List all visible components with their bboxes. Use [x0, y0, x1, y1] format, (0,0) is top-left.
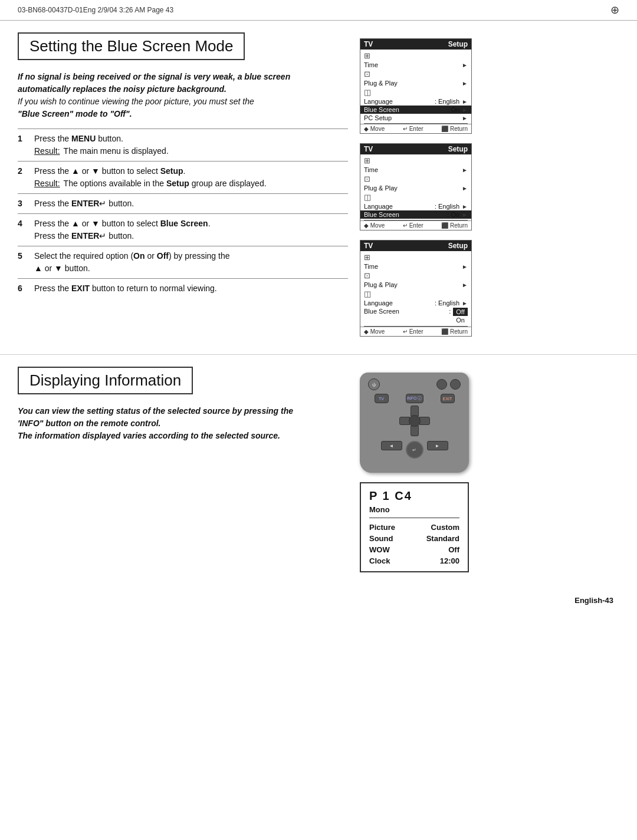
section2-title: Displaying Information [18, 367, 193, 394]
panel1-row-lang: Language : English ► [360, 97, 471, 106]
panel2-blue-arrow: ► [462, 212, 468, 218]
section1-intro: If no signal is being received or the si… [18, 71, 348, 120]
step-content-3: Press the ENTER↵ button. [34, 194, 348, 214]
panel2-row-plug: Plug & Play ► [360, 184, 471, 192]
panel2-blue-value: : On [447, 211, 459, 218]
panel2-row-time: Time ► [360, 166, 471, 174]
plug-icon: ⊡ [364, 70, 370, 78]
step-row-4: 4 Press the ▲ or ▼ button to select Blue… [18, 214, 348, 246]
page-number: English-43 [574, 596, 613, 605]
section2-intro-b: You can view the setting status of the s… [18, 406, 293, 440]
section-displaying-info: Displaying Information You can view the … [0, 355, 637, 590]
tv-panel-1-header-left: TV [364, 40, 373, 48]
header-text: 03-BN68-00437D-01Eng 2/9/04 3:26 AM Page… [18, 6, 173, 14]
step-num-2: 2 [18, 162, 34, 194]
panel3-options: Off On [453, 308, 468, 324]
panel2-footer-move: ◆ Move [364, 222, 385, 229]
panel3-time-label: Time [364, 263, 459, 270]
tv-panel-3-header-left: TV [364, 242, 373, 250]
tv-panel-3-header-right: Setup [448, 242, 468, 250]
result-text-2: The options available in the Setup group… [64, 177, 267, 190]
remote-btn-info: INFO ⓘ [406, 394, 423, 403]
result-line-1: Result: The main menu is displayed. [34, 145, 344, 157]
tv-panel-1: TV Setup ⊞ Time ► ⊡ [360, 38, 472, 134]
panel1-footer-move: ◆ Move [364, 126, 385, 132]
panel1-lang-label: Language [364, 98, 432, 105]
panel2-lang-label: Language [364, 203, 432, 210]
panel2-row-blue: Blue Screen : On ► [360, 210, 471, 219]
remote-dpad [399, 406, 430, 436]
info-sound-value: Standard [426, 534, 459, 543]
panel1-row-plug: Plug & Play ► [360, 79, 471, 87]
step-row-6: 6 Press the EXIT button to return to nor… [18, 279, 348, 299]
panel3-option-off: Off [453, 308, 468, 316]
result-label-1: Result: [34, 145, 60, 157]
step-content-1: Press the MENU button. Result: The main … [34, 129, 348, 162]
panel2-plug-arrow: ► [462, 185, 468, 192]
tv-panel-1-header-right: Setup [448, 40, 468, 48]
panel1-blue-arrow: ► [462, 107, 468, 113]
steps-table: 1 Press the MENU button. Result: The mai… [18, 129, 348, 298]
panel2-time-arrow: ► [462, 167, 468, 173]
info-row-wow: WOW Off [369, 545, 459, 554]
panel1-footer-return: ⬛ Return [441, 126, 468, 132]
plug-icon-2: ⊡ [364, 174, 370, 183]
remote-mid-row: TV INFO ⓘ EXIT [365, 394, 464, 403]
step-content-5: Select the required option (On or Off) b… [34, 246, 348, 279]
panel1-icon-row-2: ⊡ [360, 69, 471, 79]
panel3-footer-return: ⬛ Return [441, 328, 468, 335]
panel3-icon-row-1: ⊞ [360, 252, 471, 262]
remote-btn-exit: EXIT [441, 394, 455, 403]
tv-panel-2: TV Setup ⊞ Time ► ⊡ [360, 143, 472, 230]
panel2-icon-row-1: ⊞ [360, 156, 471, 166]
tv-panel-2-footer: ◆ Move ↵ Enter ⬛ Return [360, 220, 471, 230]
panel2-plug-label: Plug & Play [364, 185, 459, 192]
panel3-icon-row-3: ◫ [360, 289, 471, 299]
step-num-1: 1 [18, 129, 34, 162]
tv-panel-3-footer: ◆ Move ↵ Enter ⬛ Return [360, 327, 471, 336]
section-blue-screen: Setting the Blue Screen Mode If no signa… [0, 21, 637, 355]
panel3-icon-row-2: ⊡ [360, 271, 471, 281]
panel1-plug-label: Plug & Play [364, 80, 459, 87]
section1-right: TV Setup ⊞ Time ► ⊡ [360, 32, 478, 337]
remote-exit-btn: EXIT [441, 394, 455, 403]
clock-icon-2: ⊞ [364, 156, 370, 165]
section1-title: Setting the Blue Screen Mode [18, 32, 245, 60]
step-row-2: 2 Press the ▲ or ▼ button to select Setu… [18, 162, 348, 194]
tv-panel-1-header: TV Setup [360, 39, 471, 50]
remote-enter-btn: ↵ [406, 441, 423, 459]
clock-icon: ⊞ [364, 51, 370, 60]
info-clock-value: 12:00 [440, 556, 459, 565]
info-picture-label: Picture [369, 523, 395, 532]
remote-bottom-row: ◄ ↵ ► [377, 439, 452, 461]
lang-icon-2: ◫ [364, 193, 371, 202]
tv-panel-2-header-left: TV [364, 145, 373, 153]
panel2-time-label: Time [364, 166, 459, 173]
panel1-lang-arrow: ► [462, 98, 468, 105]
panel3-row-time: Time ► [360, 262, 471, 271]
remote-top-row: ⏻ [365, 377, 464, 391]
page-footer: English-43 [0, 590, 637, 611]
step-num-3: 3 [18, 194, 34, 214]
dpad-center-btn [409, 415, 421, 427]
section2-intro: You can view the setting status of the s… [18, 405, 348, 442]
panel2-footer-return: ⬛ Return [441, 222, 468, 229]
info-picture-value: Custom [431, 523, 459, 532]
panel1-icon-row-1: ⊞ [360, 51, 471, 61]
info-wow-label: WOW [369, 545, 390, 554]
lang-icon: ◫ [364, 88, 371, 97]
info-clock-label: Clock [369, 556, 390, 565]
panel3-lang-arrow: ► [462, 300, 468, 307]
step-num-4: 4 [18, 214, 34, 246]
panel1-plug-arrow: ► [462, 80, 468, 87]
panel3-blue-colon: : [449, 308, 451, 315]
panel1-blue-value: : On [447, 106, 459, 113]
info-row-picture: Picture Custom [369, 523, 459, 532]
page-content: Setting the Blue Screen Mode If no signa… [0, 21, 637, 634]
remote-btn-tv: TV [375, 394, 389, 403]
panel3-footer-enter: ↵ Enter [403, 328, 423, 335]
panel2-icon-row-2: ⊡ [360, 174, 471, 184]
section2-right: ⏻ TV INFO ⓘ EXIT [360, 367, 478, 572]
tv-panel-3-body: ⊞ Time ► ⊡ Plug & Play ► [360, 251, 471, 326]
panel2-lang-arrow: ► [462, 203, 468, 210]
